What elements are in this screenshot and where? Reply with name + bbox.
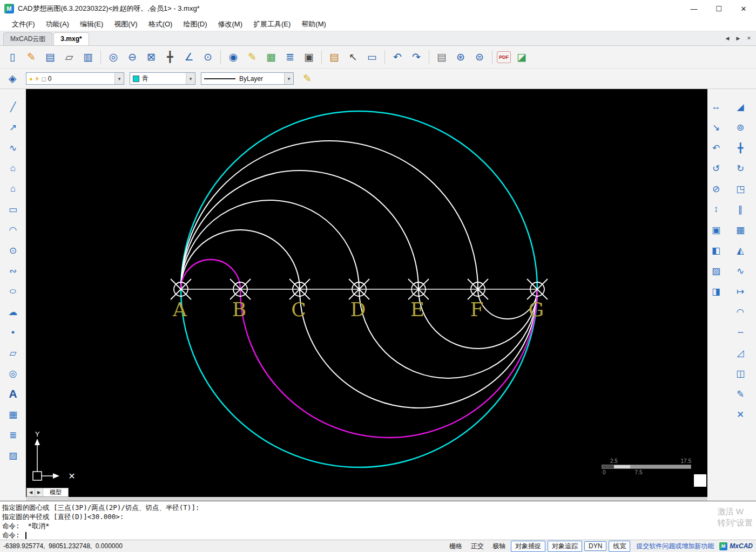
- point-icon[interactable]: ▪: [6, 325, 20, 339]
- new-icon[interactable]: ▯: [4, 49, 21, 65]
- revcloud-icon[interactable]: ☁: [6, 305, 20, 319]
- chevron-down-icon[interactable]: ▾: [114, 73, 124, 84]
- toggle-otrack[interactable]: 对象追踪: [548, 541, 582, 552]
- separator[interactable]: [492, 50, 492, 64]
- tab-prev-icon[interactable]: ◀: [724, 35, 731, 42]
- hatch-icon[interactable]: ▨: [6, 448, 20, 462]
- select-icon[interactable]: ↖: [345, 49, 361, 65]
- trim-icon[interactable]: ∿: [733, 264, 747, 278]
- move-icon[interactable]: ╋: [733, 141, 747, 155]
- model-tab[interactable]: 模型: [43, 488, 68, 496]
- redo-icon[interactable]: ↷: [408, 49, 424, 65]
- tab-close-icon[interactable]: ✕: [745, 35, 753, 42]
- line-icon[interactable]: ╱: [6, 100, 20, 114]
- ucs-icon[interactable]: ∠: [181, 49, 197, 65]
- edit-poly-icon[interactable]: ✎: [733, 387, 747, 401]
- layer-stack-icon[interactable]: ◈: [4, 71, 21, 87]
- dim-diameter-icon[interactable]: ⊘: [709, 182, 723, 196]
- polygon-icon[interactable]: ⌂: [6, 182, 20, 196]
- image-icon[interactable]: ▦: [6, 407, 20, 421]
- zoom-out-icon[interactable]: ⊖: [124, 49, 140, 65]
- toggle-lineweight[interactable]: 线宽: [609, 541, 630, 552]
- tab-next-icon[interactable]: ▶: [734, 35, 742, 42]
- array-icon[interactable]: ▦: [733, 223, 747, 237]
- menu-draw[interactable]: 绘图(D): [178, 18, 212, 31]
- offset-icon[interactable]: ∥: [733, 202, 747, 216]
- scale-icon[interactable]: ◳: [733, 182, 747, 196]
- rectangle-icon[interactable]: ▭: [6, 202, 20, 216]
- array-rect-icon[interactable]: ▣: [709, 223, 723, 237]
- find-icon[interactable]: ◉: [225, 49, 241, 65]
- hatch-pattern-icon[interactable]: ▨: [709, 264, 723, 278]
- arc-icon[interactable]: ◠: [6, 223, 20, 237]
- text-icon[interactable]: A: [6, 387, 20, 401]
- linetype-select[interactable]: ByLayer ▾: [201, 72, 294, 85]
- pan-icon[interactable]: ╋: [162, 49, 178, 65]
- pdf-export-icon[interactable]: PDF: [497, 51, 511, 63]
- command-prompt-line[interactable]: 命令:: [2, 530, 753, 540]
- command-line-panel[interactable]: 指定圆的圆心或 [三点(3P)/两点(2P)/切点、切点、半径(T)]: 指定圆…: [0, 501, 756, 540]
- undo-icon[interactable]: ↶: [389, 49, 406, 65]
- toggle-polar[interactable]: 极轴: [489, 541, 509, 551]
- tab-scroll-right-icon[interactable]: ▶: [35, 488, 43, 496]
- dim-radius-icon[interactable]: ↺: [709, 161, 723, 175]
- xline-icon[interactable]: ↗: [6, 120, 20, 134]
- color-select[interactable]: 青 ▾: [130, 72, 195, 85]
- separator[interactable]: [429, 50, 429, 64]
- open-edit-icon[interactable]: ✎: [23, 49, 39, 65]
- toggle-dyn[interactable]: DYN: [584, 541, 606, 551]
- explode-icon[interactable]: ✕: [733, 407, 747, 421]
- pencil-icon[interactable]: ✎: [244, 49, 260, 65]
- spline-icon[interactable]: ∾: [6, 264, 20, 278]
- copy-icon[interactable]: ⊚: [733, 120, 747, 134]
- mirror-icon[interactable]: ◭: [733, 243, 747, 257]
- chevron-down-icon[interactable]: ▾: [186, 73, 195, 84]
- separator[interactable]: [100, 50, 101, 64]
- menu-format[interactable]: 格式(O): [143, 18, 178, 31]
- region-icon[interactable]: ▱: [6, 346, 20, 360]
- menu-help[interactable]: 帮助(M): [296, 18, 332, 31]
- zoom-realtime-icon[interactable]: ⊙: [200, 49, 216, 65]
- gradient-fill-icon[interactable]: ◨: [709, 284, 723, 298]
- circle-icon[interactable]: ⊙: [6, 243, 20, 257]
- close-button[interactable]: ✕: [731, 0, 756, 17]
- layout-edit-icon[interactable]: ▭: [364, 49, 380, 65]
- chevron-down-icon[interactable]: ▾: [284, 73, 293, 84]
- rotate-icon[interactable]: ↻: [733, 161, 747, 175]
- polyline-icon[interactable]: ∿: [6, 141, 20, 155]
- menu-edit[interactable]: 编辑(E): [75, 18, 109, 31]
- dim-continue-icon[interactable]: ↕: [709, 202, 723, 216]
- menu-modify[interactable]: 修改(M): [212, 18, 248, 31]
- open-folder-icon[interactable]: ▱: [61, 49, 77, 65]
- save-icon[interactable]: ▤: [42, 49, 58, 65]
- pencil-icon[interactable]: ✎: [299, 71, 315, 87]
- separator[interactable]: [321, 50, 322, 64]
- layer-manager-icon[interactable]: ▤: [326, 49, 342, 65]
- menu-view[interactable]: 视图(V): [109, 18, 143, 31]
- menu-ext-tools[interactable]: 扩展工具(E): [248, 18, 296, 31]
- zoom-previous-icon[interactable]: ◎: [105, 49, 122, 65]
- layer-select[interactable]: ●☀◻ 0 ▾: [26, 72, 124, 85]
- tab-3mxg[interactable]: 3.mxg*: [53, 32, 89, 45]
- text-lines-icon[interactable]: ≣: [282, 49, 298, 65]
- chamfer-icon[interactable]: ◿: [733, 346, 747, 360]
- menu-file[interactable]: 文件(F): [6, 18, 40, 31]
- dim-linear-icon[interactable]: ↔: [709, 100, 723, 114]
- tab-scroll-left-icon[interactable]: ◀: [27, 488, 35, 496]
- maximize-button[interactable]: ☐: [706, 0, 731, 17]
- web-publish-icon[interactable]: ⊛: [453, 49, 469, 65]
- stretch-icon[interactable]: ↦: [733, 284, 747, 298]
- erase-icon[interactable]: ◢: [733, 100, 747, 114]
- zoom-extents-icon[interactable]: ⊠: [143, 49, 159, 65]
- table-icon[interactable]: ▦: [263, 49, 279, 65]
- break-icon[interactable]: ╌: [733, 325, 747, 339]
- toggle-grid[interactable]: 栅格: [446, 541, 466, 551]
- block-editor-icon[interactable]: ◧: [709, 243, 723, 257]
- toggle-ortho[interactable]: 正交: [467, 541, 488, 551]
- save-as-icon[interactable]: ▥: [80, 49, 96, 65]
- separator[interactable]: [384, 50, 385, 64]
- dim-angular-icon[interactable]: ↶: [709, 141, 723, 155]
- toggle-osnap[interactable]: 对象捕捉: [511, 541, 545, 552]
- drawing-canvas[interactable]: A B C D E F G Y ✕ 2.5 17.5: [26, 89, 707, 501]
- fillet-icon[interactable]: ◠: [733, 305, 747, 319]
